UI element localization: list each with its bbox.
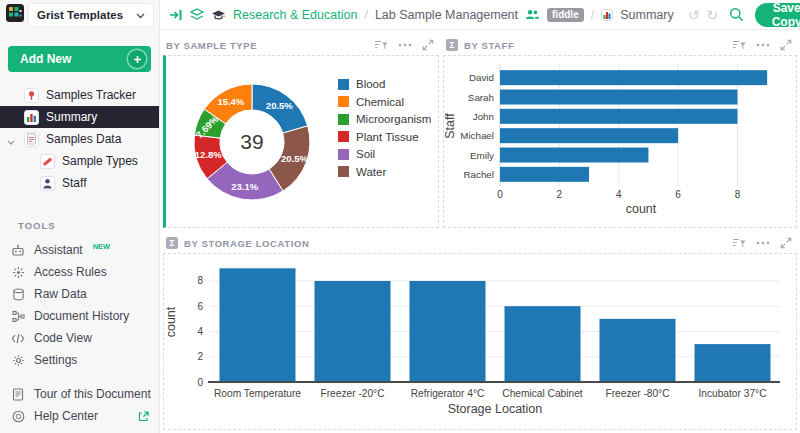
- category-label: Michael: [460, 130, 494, 141]
- bar-freezer-20-c: [315, 281, 391, 382]
- bar-chemical-cabinet: [505, 306, 581, 382]
- layers-icon[interactable]: [190, 8, 204, 21]
- breadcrumb-workspace[interactable]: Research & Education: [233, 8, 357, 22]
- legend-swatch: [338, 166, 349, 177]
- expand-panel-icon[interactable]: [780, 237, 792, 249]
- tool-label: Raw Data: [34, 287, 87, 301]
- legend-item-soil: Soil: [338, 148, 431, 160]
- sidebar-item-sample-types[interactable]: Sample Types: [0, 150, 159, 172]
- x-tick-label: 6: [675, 189, 681, 200]
- panel-actions: [732, 237, 792, 249]
- page-label: Samples Data: [46, 132, 121, 146]
- save-copy-button[interactable]: Save Copy: [755, 3, 800, 27]
- person-icon: [40, 176, 55, 191]
- category-label: Incubator 37°C: [698, 388, 766, 399]
- workspace-selector[interactable]: Grist Templates: [29, 4, 153, 26]
- panel-by-storage-location: Σ BY STORAGE LOCATION 02468Room Temperat…: [163, 236, 797, 430]
- database-icon: [10, 288, 26, 301]
- tool-item-tour-of-this-document[interactable]: Tour of this Document: [0, 383, 159, 405]
- category-label: Refrigerator 4°C: [411, 388, 485, 399]
- bar-emily: [500, 148, 648, 163]
- bar-david: [500, 70, 767, 85]
- tool-item-access-rules[interactable]: Access Rules: [0, 261, 159, 283]
- category-label: Chemical Cabinet: [502, 388, 583, 399]
- staff-chart-body: 02468DavidSarahJohnMichaelEmilyRachelcou…: [443, 55, 797, 228]
- code-icon: [10, 333, 26, 344]
- chevron-down-icon: [136, 9, 145, 21]
- panel-title: BY STORAGE LOCATION: [184, 238, 309, 249]
- tool-item-assistant[interactable]: AssistantNEW: [0, 239, 159, 261]
- legend-swatch: [338, 149, 349, 160]
- bar-john: [500, 109, 737, 124]
- panel-actions: [374, 39, 434, 51]
- main-area: Research & Education / Lab Sample Manage…: [160, 0, 800, 433]
- category-label: Rachel: [464, 169, 495, 180]
- category-label: Sarah: [468, 92, 494, 103]
- brand-row: Grist Templates: [0, 0, 159, 30]
- category-label: Freezer -80°C: [605, 388, 669, 399]
- y-tick-label: 6: [197, 301, 203, 312]
- breadcrumb-page: Summary: [620, 8, 673, 22]
- tool-item-help-center[interactable]: Help Center: [0, 405, 159, 427]
- search-icon[interactable]: [729, 7, 744, 22]
- save-copy-label: Save Copy: [768, 1, 800, 29]
- tool-label: Document History: [34, 309, 129, 323]
- more-dots-icon[interactable]: [398, 43, 412, 47]
- donut-chart: 20.5%20.5%23.1%12.8%7.69%15.4%39: [166, 56, 338, 224]
- tool-item-raw-data[interactable]: Raw Data: [0, 283, 159, 305]
- page-label: Samples Tracker: [46, 88, 136, 102]
- top-chart-row: BY SAMPLE TYPE 20.5%20.5%23.1%12.8%7.69%…: [163, 38, 797, 228]
- tool-item-code-view[interactable]: Code View: [0, 327, 159, 349]
- filter-sort-icon[interactable]: [732, 39, 746, 51]
- donut-center-total: 39: [240, 130, 263, 153]
- redo-icon[interactable]: ↻: [706, 8, 718, 22]
- dashboard: BY SAMPLE TYPE 20.5%20.5%23.1%12.8%7.69%…: [160, 30, 800, 433]
- bar-incubator-37-c: [695, 344, 771, 382]
- tool-item-document-history[interactable]: Document History: [0, 305, 159, 327]
- filter-sort-icon[interactable]: [732, 237, 746, 249]
- history-icon: [10, 310, 26, 323]
- breadcrumb-separator: /: [364, 8, 367, 22]
- sidebar-item-samples-data[interactable]: Samples Data: [0, 128, 159, 150]
- people-icon: [525, 9, 540, 20]
- tool-item-settings[interactable]: Settings: [0, 349, 159, 371]
- sidebar-item-summary[interactable]: Summary: [0, 106, 159, 128]
- tool-label: Assistant: [34, 243, 83, 257]
- category-label: John: [473, 111, 494, 122]
- x-tick-label: 0: [497, 189, 503, 200]
- sidebar-item-staff[interactable]: Staff: [0, 172, 159, 194]
- breadcrumb-document: Lab Sample Management: [375, 8, 518, 22]
- page-label: Sample Types: [62, 154, 138, 168]
- sigma-badge: Σ: [166, 237, 178, 249]
- panel-actions: [732, 39, 792, 51]
- sidebar-item-samples-tracker[interactable]: Samples Tracker: [0, 84, 159, 106]
- add-new-button[interactable]: Add New: [8, 46, 151, 72]
- legend-item-microorganism: Microorganism: [338, 113, 431, 125]
- pie-percent-label: 20.5%: [266, 100, 293, 111]
- pin-icon: [24, 88, 39, 103]
- more-dots-icon[interactable]: [756, 241, 770, 245]
- grist-logo-icon: [6, 4, 24, 26]
- pen-icon: [40, 154, 55, 169]
- robot-icon: [10, 244, 26, 257]
- legend-label: Blood: [356, 78, 385, 90]
- y-axis-title: Staff: [444, 113, 457, 139]
- category-label: Room Temperature: [214, 388, 301, 399]
- page-label: Staff: [62, 176, 86, 190]
- filter-sort-icon[interactable]: [374, 39, 388, 51]
- more-dots-icon[interactable]: [756, 43, 770, 47]
- breadcrumb-separator-2: /: [591, 8, 594, 22]
- expand-panel-icon[interactable]: [422, 39, 434, 51]
- pie-percent-label: 20.5%: [281, 153, 308, 164]
- legend-swatch: [338, 131, 349, 142]
- expand-panel-icon[interactable]: [780, 39, 792, 51]
- chevron-down-icon[interactable]: [7, 135, 15, 149]
- open-left-panel-icon[interactable]: [169, 9, 183, 21]
- bar-refrigerator-4-c: [410, 281, 486, 382]
- panel-header: Σ BY STAFF: [443, 38, 797, 52]
- panel-header: Σ BY STORAGE LOCATION: [163, 236, 797, 250]
- staff-bar-chart: 02468DavidSarahJohnMichaelEmilyRachelcou…: [444, 56, 794, 226]
- external-link-icon: [138, 411, 149, 422]
- fork-badge: fiddle: [547, 8, 584, 22]
- undo-icon[interactable]: ↺: [688, 8, 700, 22]
